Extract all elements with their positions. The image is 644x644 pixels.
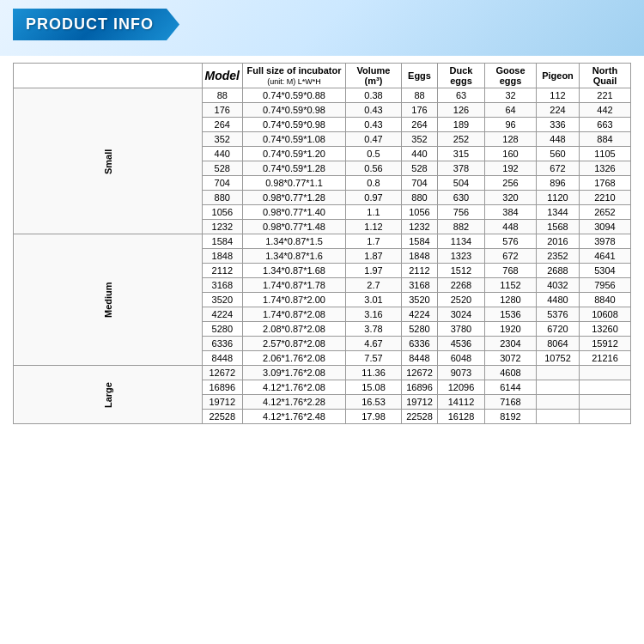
cell-model: 4224 [202, 307, 242, 322]
cell-pigeon [537, 366, 580, 380]
cell-pigeon: 1568 [537, 220, 580, 234]
cell-fullsize: 0.98*0.77*1.1 [243, 176, 346, 191]
cell-duck: 12096 [438, 380, 485, 395]
cell-quail [580, 380, 631, 395]
cell-quail: 8840 [580, 293, 631, 307]
cell-model: 352 [202, 132, 242, 147]
cell-eggs: 12672 [402, 366, 438, 380]
cell-goose: 128 [485, 132, 537, 147]
cell-model: 16896 [202, 380, 242, 395]
cell-fullsize: 4.12*1.76*2.08 [243, 380, 346, 395]
cell-goose: 2304 [485, 337, 537, 351]
cell-quail [580, 395, 631, 410]
page-wrapper: PRODUCT INFO Model Full size of incubato… [0, 0, 644, 644]
cell-fullsize: 0.74*0.59*1.28 [243, 161, 346, 176]
cell-duck: 756 [438, 205, 485, 220]
cell-goose: 1280 [485, 293, 537, 307]
cell-volume: 1.97 [346, 264, 402, 278]
cell-quail: 1326 [580, 161, 631, 176]
cell-fullsize: 0.98*0.77*1.28 [243, 191, 346, 205]
cell-quail: 221 [580, 88, 631, 103]
cell-pigeon: 448 [537, 132, 580, 147]
cell-fullsize: 4.12*1.76*2.28 [243, 395, 346, 410]
cell-quail [580, 410, 631, 424]
cell-quail [580, 366, 631, 380]
cell-volume: 7.57 [346, 351, 402, 366]
cell-fullsize: 4.12*1.76*2.48 [243, 410, 346, 424]
cell-goose: 448 [485, 220, 537, 234]
cell-pigeon [537, 410, 580, 424]
cell-model: 19712 [202, 395, 242, 410]
cell-goose: 576 [485, 234, 537, 249]
cell-eggs: 704 [402, 176, 438, 191]
cell-fullsize: 0.74*0.59*1.20 [243, 147, 346, 161]
cell-pigeon: 560 [537, 147, 580, 161]
cell-pigeon: 6720 [537, 322, 580, 337]
cell-pigeon: 8064 [537, 337, 580, 351]
cell-quail: 3094 [580, 220, 631, 234]
cell-eggs: 3168 [402, 278, 438, 293]
cell-volume: 1.1 [346, 205, 402, 220]
cell-pigeon: 336 [537, 118, 580, 132]
cell-pigeon: 10752 [537, 351, 580, 366]
cell-pigeon [537, 380, 580, 395]
cell-quail: 13260 [580, 322, 631, 337]
cell-fullsize: 1.34*0.87*1.6 [243, 249, 346, 264]
cell-quail: 2652 [580, 205, 631, 220]
th-category [14, 64, 203, 88]
cell-quail: 15912 [580, 337, 631, 351]
cell-volume: 11.36 [346, 366, 402, 380]
cell-fullsize: 1.74*0.87*1.78 [243, 278, 346, 293]
cell-goose: 1920 [485, 322, 537, 337]
cell-eggs: 176 [402, 103, 438, 118]
table-body: Small880.74*0.59*0.880.38886332112221176… [14, 88, 631, 424]
th-goose: Goose eggs [485, 64, 537, 88]
cell-eggs: 5280 [402, 322, 438, 337]
cell-duck: 6048 [438, 351, 485, 366]
cell-volume: 0.43 [346, 103, 402, 118]
cell-model: 22528 [202, 410, 242, 424]
cell-duck: 9073 [438, 366, 485, 380]
header-title: PRODUCT INFO [26, 15, 154, 33]
cell-volume: 1.7 [346, 234, 402, 249]
cell-goose: 256 [485, 176, 537, 191]
cell-model: 8448 [202, 351, 242, 366]
category-cell: Small [14, 88, 203, 234]
cell-quail: 1105 [580, 147, 631, 161]
cell-model: 88 [202, 88, 242, 103]
cell-volume: 17.98 [346, 410, 402, 424]
cell-volume: 15.08 [346, 380, 402, 395]
cell-volume: 0.97 [346, 191, 402, 205]
cell-quail: 1768 [580, 176, 631, 191]
cell-eggs: 528 [402, 161, 438, 176]
cell-goose: 7168 [485, 395, 537, 410]
cell-goose: 64 [485, 103, 537, 118]
cell-eggs: 880 [402, 191, 438, 205]
cell-volume: 0.47 [346, 132, 402, 147]
cell-model: 1584 [202, 234, 242, 249]
cell-fullsize: 0.98*0.77*1.40 [243, 205, 346, 220]
cell-duck: 1512 [438, 264, 485, 278]
cell-eggs: 4224 [402, 307, 438, 322]
cell-goose: 4608 [485, 366, 537, 380]
product-table: Model Full size of incubator(unit: M) L*… [13, 63, 631, 424]
cell-fullsize: 0.74*0.59*0.98 [243, 118, 346, 132]
cell-duck: 1134 [438, 234, 485, 249]
cell-pigeon: 896 [537, 176, 580, 191]
cell-model: 264 [202, 118, 242, 132]
cell-model: 3520 [202, 293, 242, 307]
cell-volume: 0.43 [346, 118, 402, 132]
cell-goose: 768 [485, 264, 537, 278]
header: PRODUCT INFO [0, 0, 644, 56]
cell-pigeon: 4032 [537, 278, 580, 293]
cell-eggs: 1232 [402, 220, 438, 234]
cell-volume: 0.8 [346, 176, 402, 191]
cell-eggs: 6336 [402, 337, 438, 351]
table-row: Large126723.09*1.76*2.0811.3612672907346… [14, 366, 631, 380]
product-info-banner: PRODUCT INFO [13, 9, 179, 40]
cell-goose: 6144 [485, 380, 537, 395]
cell-volume: 2.7 [346, 278, 402, 293]
cell-duck: 14112 [438, 395, 485, 410]
cell-pigeon: 4480 [537, 293, 580, 307]
cell-volume: 4.67 [346, 337, 402, 351]
